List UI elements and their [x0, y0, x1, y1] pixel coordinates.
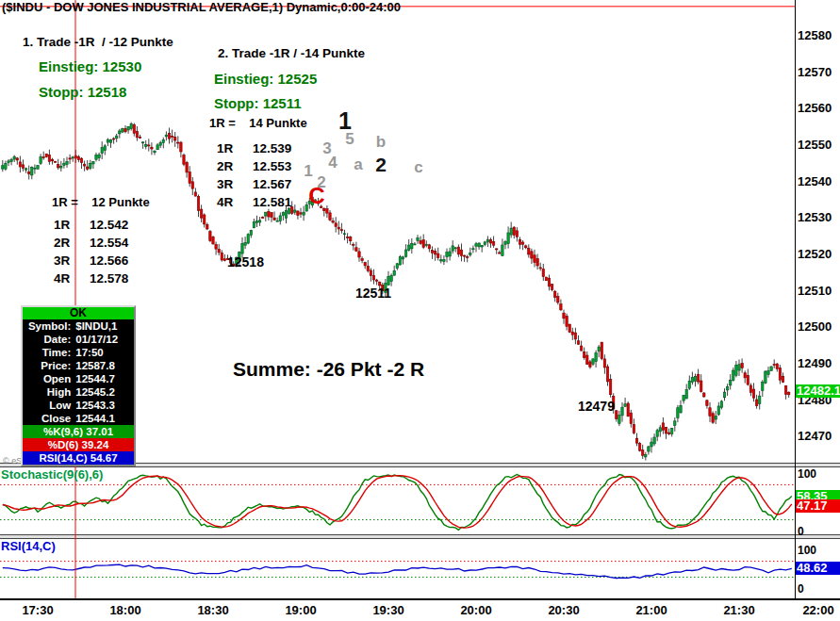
- wave-label-C: C: [308, 183, 324, 209]
- time-axis-label: 20:00: [460, 603, 491, 617]
- data-window-ok-header[interactable]: OK: [23, 307, 134, 319]
- data-window-row: Time:17:50: [23, 346, 134, 359]
- data-window-row: Price:12587.8: [23, 359, 134, 372]
- data-window-row: Date:01/17/12: [23, 333, 134, 346]
- trade1-heading: 1. Trade -1R / -12 Punkte: [23, 36, 173, 49]
- time-axis-label: 22:00: [802, 603, 833, 617]
- r-level-row: 3R12.566: [54, 253, 128, 271]
- price-axis-label: 12510: [798, 284, 832, 298]
- r-level-row: 1R12.542: [54, 218, 128, 236]
- price-axis-label: 12470: [798, 429, 832, 443]
- trade2-r-levels: 1R12.5392R12.5533R12.5674R12.581: [217, 141, 291, 213]
- wave-label-b: b: [376, 133, 386, 152]
- data-window-stoch-k-row: %K(9,6) 37.01: [23, 425, 134, 438]
- data-window-row: Symbol:$INDU,1: [23, 319, 134, 333]
- wave-label-c: c: [414, 158, 422, 177]
- rsi-value-tag: 48.62: [796, 562, 840, 575]
- price-axis-label: 12490: [798, 356, 832, 370]
- time-axis-label: 18:00: [109, 603, 140, 617]
- price-axis-label: 12540: [798, 174, 832, 188]
- price-axis-label: 12570: [798, 65, 832, 79]
- wave-label-4: 4: [328, 154, 337, 172]
- trade1-entry: Einstieg: 12530: [39, 59, 141, 74]
- time-axis-label: 18:30: [197, 603, 228, 617]
- stoch-tick-0: 0: [798, 525, 804, 538]
- chart-title: ($INDU - DOW JONES INDUSTRIAL AVERAGE,1)…: [2, 1, 401, 14]
- wave-label-a: a: [354, 155, 362, 174]
- trade2-r-definition: 1R = 14 Punkte: [209, 117, 307, 130]
- data-window-row: Low12543.3: [23, 399, 134, 412]
- wave-label-5: 5: [345, 130, 354, 149]
- rsi-tick-0: 0: [798, 582, 804, 596]
- price-axis-label: 12530: [798, 210, 832, 224]
- rsi-panel-label: RSI(14,C): [1, 540, 56, 553]
- r-level-row: 2R12.554: [54, 236, 128, 253]
- time-axis-label: 21:00: [635, 603, 667, 617]
- r-level-row: 2R12.553: [217, 159, 291, 177]
- rsi-tick-100: 100: [798, 544, 816, 557]
- time-axis-label: 19:00: [285, 603, 316, 617]
- wave-label-2: 2: [375, 154, 387, 176]
- trade2-stop: Stopp: 12511: [214, 96, 302, 111]
- r-level-row: 1R12.539: [217, 141, 291, 159]
- summary-label: Summe: -26 Pkt -2 R: [233, 359, 424, 380]
- wave-label-1: 1: [304, 162, 312, 181]
- stoch-tick-100: 100: [798, 467, 816, 481]
- stochastic-panel-label: Stochastic(9(6),6): [1, 468, 103, 482]
- data-window-row: High12545.2: [23, 385, 134, 399]
- r-level-row: 4R12.578: [54, 271, 128, 289]
- price-axis-label: 12580: [798, 28, 832, 42]
- last-price-tag: 12482.1: [796, 384, 840, 398]
- trade1-r-levels: 1R12.5422R12.5543R12.5664R12.578: [54, 218, 128, 289]
- price-callout: 12518: [227, 255, 264, 270]
- data-window[interactable]: OK Symbol:$INDU,1Date:01/17/12Time:17:50…: [21, 305, 136, 466]
- data-window-row: Close12544.1: [23, 412, 134, 425]
- price-axis-label: 12560: [798, 101, 832, 115]
- data-window-table: Symbol:$INDU,1Date:01/17/12Time:17:50Pri…: [23, 319, 134, 425]
- data-window-rsi-row: RSI(14,C) 54.67: [23, 451, 134, 465]
- stoch-d-value-tag: 47.17: [796, 499, 840, 513]
- esignal-chart-window: © eSignal, 2012 ($INDU - DOW JONES INDUS…: [0, 0, 840, 621]
- time-axis-label: 20:30: [548, 603, 579, 617]
- data-window-row: Open12544.7: [23, 372, 134, 385]
- r-level-row: 4R12.581: [217, 195, 291, 213]
- price-axis-label: 12520: [798, 247, 832, 261]
- time-axis-label: 19:30: [372, 603, 404, 617]
- price-axis-label: 12550: [798, 138, 832, 152]
- time-axis-label: 21:30: [723, 603, 754, 617]
- trade1-stop: Stopp: 12518: [39, 85, 126, 100]
- data-window-stoch-d-row: %D(6) 39.24: [23, 438, 134, 451]
- trade2-entry: Einstieg: 12525: [214, 72, 317, 87]
- trade2-heading: 2. Trade -1R / -14 Punkte: [218, 47, 365, 60]
- price-axis-label: 12500: [798, 319, 832, 334]
- price-callout: 12479: [578, 400, 615, 414]
- r-level-row: 3R12.567: [217, 177, 291, 195]
- price-callout: 12511: [355, 286, 391, 301]
- trade1-r-definition: 1R = 12 Punkte: [52, 196, 150, 209]
- time-axis-label: 17:30: [22, 603, 53, 617]
